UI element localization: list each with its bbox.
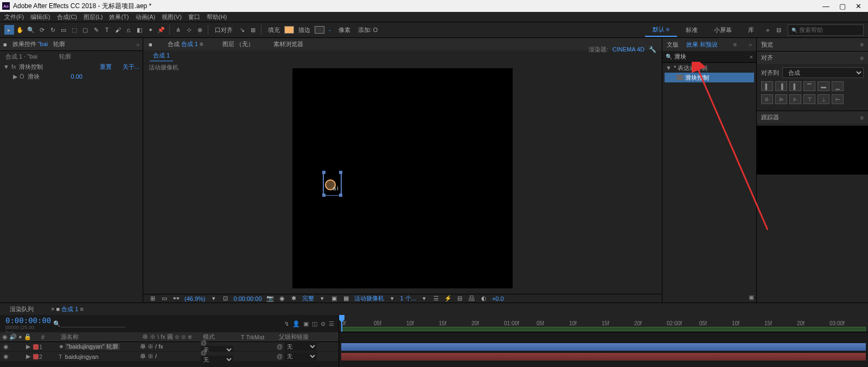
work-area[interactable]	[341, 327, 866, 331]
show-snapshot-icon[interactable]: ◉	[278, 295, 286, 302]
draft3d-icon[interactable]: ▣	[303, 320, 309, 327]
layer-color-swatch[interactable]	[33, 354, 39, 359]
layer-name[interactable]: baidujingyan	[65, 353, 99, 360]
effects-presets-tab[interactable]: 效果 和预设	[686, 41, 718, 49]
slider-prop-value[interactable]: 0.00	[71, 73, 82, 80]
effect-about[interactable]: 关于...	[123, 63, 139, 71]
renderer-settings-icon[interactable]: 🔧	[649, 46, 656, 53]
snap-option-icon[interactable]: ↘	[237, 25, 247, 35]
fx-badge[interactable]: fx	[11, 63, 16, 70]
current-time[interactable]: 0:00:00:00	[0, 315, 49, 325]
lock-column-icon[interactable]: 🔒	[24, 333, 31, 340]
stroke-swatch[interactable]	[315, 26, 324, 34]
workspace-small[interactable]: 小屏幕	[706, 24, 739, 36]
menu-view[interactable]: 视图(V)	[162, 13, 182, 21]
pixel-aspect-icon[interactable]: ☰	[432, 295, 440, 302]
distribute-right-button[interactable]: ⊩	[789, 94, 801, 104]
layer-color-swatch[interactable]	[33, 344, 39, 350]
menu-animation[interactable]: 动画(A)	[136, 13, 156, 21]
composition-tab[interactable]: 合成 合成 1 ≡	[163, 38, 208, 50]
align-top-button[interactable]: ▔	[803, 81, 815, 91]
preview-tab[interactable]: 预览	[761, 41, 773, 49]
layer-switches[interactable]: 单 ※ /	[140, 352, 201, 360]
timeline-search-input[interactable]	[61, 320, 126, 327]
zoom-tool[interactable]: 🔍	[26, 25, 36, 35]
flowchart-icon[interactable]: 品	[468, 294, 476, 302]
roto-tool[interactable]: ✦	[145, 25, 155, 35]
mask-tab[interactable]: 轮廓	[53, 40, 65, 48]
layer-switches[interactable]: 单 ※ / fx	[140, 343, 201, 351]
mode-select[interactable]: 无	[201, 356, 233, 364]
layer-duration-bar[interactable]	[341, 343, 866, 351]
panel-overflow-icon[interactable]: »	[136, 41, 139, 48]
distribute-hcenter-button[interactable]: ⊫	[775, 94, 787, 104]
workspace-standard[interactable]: 标准	[678, 24, 705, 36]
view-axis-icon[interactable]: ⊕	[195, 25, 205, 35]
rotate-tool[interactable]: ↻	[48, 25, 58, 35]
distribute-left-button[interactable]: ⊪	[761, 94, 773, 104]
effects-search-input[interactable]: 🔍 滑块 ×	[662, 51, 756, 63]
camera-tool[interactable]: ▭	[59, 25, 68, 35]
menu-composition[interactable]: 合成(C)	[57, 13, 77, 21]
panel-lock-icon[interactable]: ■	[3, 41, 7, 48]
workspace-default[interactable]: 默认 ≡	[645, 23, 677, 37]
panel-menu-icon[interactable]: ≡	[860, 55, 864, 61]
transform-handle[interactable]	[339, 194, 342, 197]
align-vcenter-button[interactable]: ▬	[818, 81, 829, 91]
grid-icon[interactable]: ⊞	[149, 295, 156, 302]
mask-view-icon[interactable]: ▭	[161, 295, 168, 302]
menu-help[interactable]: 帮助(H)	[207, 13, 227, 21]
eraser-tool[interactable]: ◧	[135, 25, 144, 35]
effect-name[interactable]: 滑块控制	[19, 63, 99, 71]
transform-handle[interactable]	[322, 194, 326, 197]
effect-reset[interactable]: 重置	[100, 63, 112, 71]
pickwhip-icon[interactable]: @	[277, 353, 283, 359]
transform-handle[interactable]	[339, 171, 342, 174]
layer-row[interactable]: ◉▶ 2 T baidujingyan 单 ※ / @ 无 @ 无	[0, 352, 339, 362]
search-help-input[interactable]: 搜索帮助	[788, 24, 864, 36]
shy-icon[interactable]: 👤	[292, 320, 300, 327]
prop-twirl-icon[interactable]: ▶	[13, 73, 17, 80]
comp-tab-lock-icon[interactable]: ■	[149, 41, 152, 48]
snapping-toggle[interactable]: 口对齐	[215, 26, 233, 34]
composition-canvas[interactable]: ai	[292, 68, 513, 288]
text-layer[interactable]: ai	[323, 172, 342, 196]
panel-menu-icon[interactable]: ≡	[860, 41, 864, 48]
eye-column-icon[interactable]: ◉	[2, 333, 8, 340]
parent-column[interactable]: 父级和链接	[277, 333, 336, 341]
clear-search-icon[interactable]: ×	[750, 54, 753, 60]
pen-tool[interactable]: ✎	[91, 25, 101, 35]
new-bin-icon[interactable]: ▣	[749, 294, 754, 300]
distribute-vcenter-button[interactable]: ⊥	[818, 94, 829, 104]
character-tab[interactable]: 文版	[667, 41, 679, 49]
layer-twirl-icon[interactable]: ▶	[26, 343, 31, 350]
source-name-column[interactable]: 源名称	[59, 333, 140, 341]
exposure-reset-icon[interactable]: ◐	[480, 295, 488, 302]
stroke-width[interactable]: -	[329, 27, 331, 33]
exposure-value[interactable]: +0.0	[492, 295, 504, 302]
expression-controls-group[interactable]: ▼ * 表达式控制	[662, 63, 756, 73]
distribute-top-button[interactable]: ⊤	[803, 94, 815, 104]
align-left-button[interactable]: ▌	[761, 81, 773, 91]
workspace-reset-icon[interactable]: ⊟	[774, 25, 783, 35]
transparency-icon[interactable]: ▦	[342, 295, 350, 302]
panel-overflow-icon[interactable]: »	[749, 41, 752, 48]
visibility-toggle[interactable]: ◉	[3, 343, 10, 350]
graph-editor-icon[interactable]: ☰	[329, 320, 334, 327]
pickwhip-icon[interactable]: @	[201, 349, 207, 356]
workspace-overflow-icon[interactable]: »	[763, 25, 773, 35]
motion-blur-icon[interactable]: ⊘	[321, 320, 326, 327]
zoom-value[interactable]: (46.9%)	[184, 295, 206, 302]
maximize-button[interactable]: ▢	[839, 2, 846, 10]
orbit-tool[interactable]: ⟳	[37, 25, 47, 35]
minimize-button[interactable]: —	[822, 2, 829, 10]
zoom-dropdown-icon[interactable]: ▾	[210, 295, 218, 302]
group-twirl-icon[interactable]: ▼	[666, 65, 672, 71]
audio-column-icon[interactable]: 🔊	[9, 333, 17, 340]
effect-controls-tab[interactable]: 效果控件 "bai	[12, 40, 48, 48]
channel-icon[interactable]: ✱	[290, 295, 298, 302]
selection-tool[interactable]: ▸	[4, 25, 14, 35]
panel-menu-icon[interactable]: ≡	[860, 114, 864, 121]
visibility-toggle[interactable]: ◉	[3, 353, 10, 360]
snapshot-icon[interactable]: 📷	[266, 295, 274, 302]
